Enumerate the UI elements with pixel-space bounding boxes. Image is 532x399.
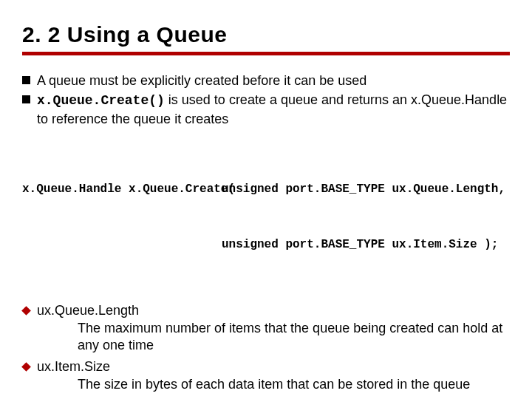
param-item: ux.Item.Size The size in bytes of each d… — [22, 358, 510, 393]
bullet-text: A queue must be explicitly created befor… — [37, 73, 366, 88]
param-name: ux.Item.Size — [37, 359, 110, 374]
param-name: ux.Queue.Length — [37, 303, 139, 318]
signature-left: x.Queue.Handle x.Queue.Create( — [22, 180, 222, 199]
param-desc: The maximum number of items that the que… — [37, 320, 510, 355]
intro-bullets: A queue must be explicitly created befor… — [22, 72, 510, 128]
title-underline — [22, 52, 510, 55]
bullet-code: x.Queue.Create() — [37, 93, 165, 108]
slide-title: 2. 2 Using a Queue — [22, 22, 510, 47]
param-desc: The size in bytes of each data item that… — [37, 376, 510, 393]
param-item: ux.Queue.Length The maximum number of it… — [22, 302, 510, 354]
parameter-list: ux.Queue.Length The maximum number of it… — [22, 302, 510, 399]
signature-arg-2: unsigned port.BASE_TYPE ux.Item.Size ); — [222, 236, 510, 254]
function-signature: x.Queue.Handle x.Queue.Create( unsigned … — [22, 144, 510, 290]
signature-arg-1: unsigned port.BASE_TYPE ux.Queue.Length, — [222, 180, 510, 199]
bullet-item: A queue must be explicitly created befor… — [22, 72, 510, 89]
signature-left-blank — [22, 236, 222, 254]
bullet-item: x.Queue.Create() is used to create a que… — [22, 91, 510, 128]
slide: 2. 2 Using a Queue A queue must be expli… — [0, 0, 532, 399]
